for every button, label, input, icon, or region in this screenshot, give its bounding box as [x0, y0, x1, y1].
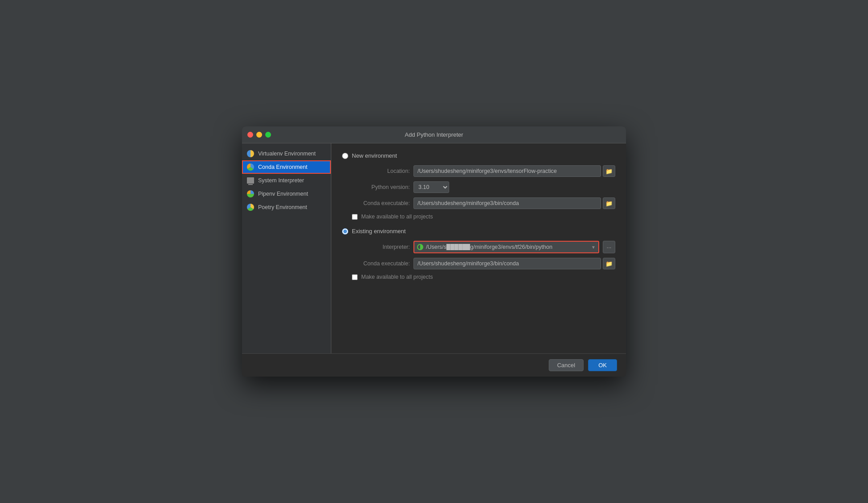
folder-icon: 📁	[605, 260, 613, 267]
existing-conda-browse-button[interactable]: 📁	[603, 258, 615, 269]
sidebar-item-virtualenv[interactable]: Virtualenv Environment	[242, 147, 331, 160]
interpreter-value: /Users/s██████g/miniforge3/envs/tf26/bin…	[426, 244, 588, 250]
new-env-conda-exec-row: Conda executable: 📁	[352, 197, 615, 209]
python-version-row: Python version: 3.10 3.9 3.8	[352, 181, 615, 193]
dialog-title: Add Python Interpreter	[405, 131, 463, 138]
sidebar-item-conda[interactable]: Conda Environment	[242, 160, 331, 174]
conda-spinner-icon	[417, 244, 423, 250]
ok-button[interactable]: OK	[588, 359, 617, 371]
existing-conda-exec-group: 📁	[413, 258, 615, 269]
sidebar-item-label: System Interpreter	[258, 177, 304, 184]
cancel-button[interactable]: Cancel	[549, 359, 584, 371]
new-env-make-available-row: Make available to all projects	[352, 214, 615, 220]
existing-environment-section: Existing environment Interpreter: /Users…	[342, 228, 615, 280]
existing-conda-exec-input[interactable]	[413, 258, 601, 269]
interpreter-label: Interpreter:	[352, 244, 410, 250]
new-env-make-available-checkbox[interactable]	[352, 214, 358, 220]
python-version-label: Python version:	[352, 184, 410, 190]
chevron-down-icon: ▼	[591, 245, 596, 250]
maximize-button[interactable]	[265, 132, 271, 138]
location-field-group: 📁	[413, 165, 615, 177]
sidebar-item-pipenv[interactable]: Pipenv Environment	[242, 187, 331, 201]
sidebar: Virtualenv Environment Conda Environment…	[242, 143, 331, 353]
minimize-button[interactable]	[256, 132, 262, 138]
existing-environment-radio-row: Existing environment	[342, 228, 615, 235]
dialog-body: Virtualenv Environment Conda Environment…	[242, 143, 626, 353]
new-environment-section: New environment Location: 📁 Python	[342, 152, 615, 220]
system-icon	[246, 176, 255, 184]
sidebar-item-system[interactable]: System Interpreter	[242, 174, 331, 187]
existing-conda-exec-label: Conda executable:	[352, 260, 410, 267]
new-env-conda-exec-group: 📁	[413, 197, 615, 209]
sidebar-item-label: Poetry Environment	[258, 204, 307, 210]
new-env-conda-browse-button[interactable]: 📁	[603, 197, 615, 209]
conda-icon	[246, 163, 255, 171]
python-version-select[interactable]: 3.10 3.9 3.8	[413, 181, 449, 193]
new-env-form: Location: 📁 Python version: 3.10 3.9	[352, 165, 615, 209]
poetry-icon	[246, 203, 255, 211]
more-options-icon: ···	[607, 244, 612, 251]
sidebar-item-label: Virtualenv Environment	[258, 151, 316, 157]
interpreter-dots-button[interactable]: ···	[603, 241, 615, 253]
sidebar-item-label: Conda Environment	[258, 164, 307, 170]
new-env-conda-exec-input[interactable]	[413, 197, 601, 209]
pipenv-icon	[246, 190, 255, 198]
location-browse-button[interactable]: 📁	[603, 165, 615, 177]
close-button[interactable]	[247, 132, 253, 138]
new-env-make-available-label: Make available to all projects	[361, 214, 433, 220]
existing-make-available-row: Make available to all projects	[352, 274, 615, 280]
interpreter-row: Interpreter: /Users/s██████g/miniforge3/…	[352, 241, 615, 253]
main-content: New environment Location: 📁 Python	[331, 143, 626, 353]
new-environment-radio-row: New environment	[342, 152, 615, 159]
window-controls	[247, 132, 271, 138]
add-python-interpreter-dialog: Add Python Interpreter Virtualenv Enviro…	[242, 126, 626, 377]
existing-make-available-checkbox[interactable]	[352, 274, 358, 280]
location-input[interactable]	[413, 165, 601, 177]
titlebar: Add Python Interpreter	[242, 126, 626, 143]
existing-environment-radio[interactable]	[342, 228, 348, 235]
dialog-footer: Cancel OK	[242, 353, 626, 377]
new-environment-label: New environment	[352, 152, 397, 159]
interpreter-combo[interactable]: /Users/s██████g/miniforge3/envs/tf26/bin…	[413, 241, 599, 253]
folder-icon: 📁	[605, 168, 613, 175]
existing-conda-exec-row: Conda executable: 📁	[352, 258, 615, 269]
location-row: Location: 📁	[352, 165, 615, 177]
sidebar-item-poetry[interactable]: Poetry Environment	[242, 201, 331, 214]
folder-icon: 📁	[605, 200, 613, 207]
new-environment-radio[interactable]	[342, 153, 348, 159]
existing-make-available-label: Make available to all projects	[361, 274, 433, 280]
virtualenv-icon	[246, 150, 255, 158]
existing-environment-label: Existing environment	[352, 228, 406, 235]
sidebar-item-label: Pipenv Environment	[258, 191, 308, 197]
new-env-conda-exec-label: Conda executable:	[352, 200, 410, 206]
location-label: Location:	[352, 168, 410, 174]
